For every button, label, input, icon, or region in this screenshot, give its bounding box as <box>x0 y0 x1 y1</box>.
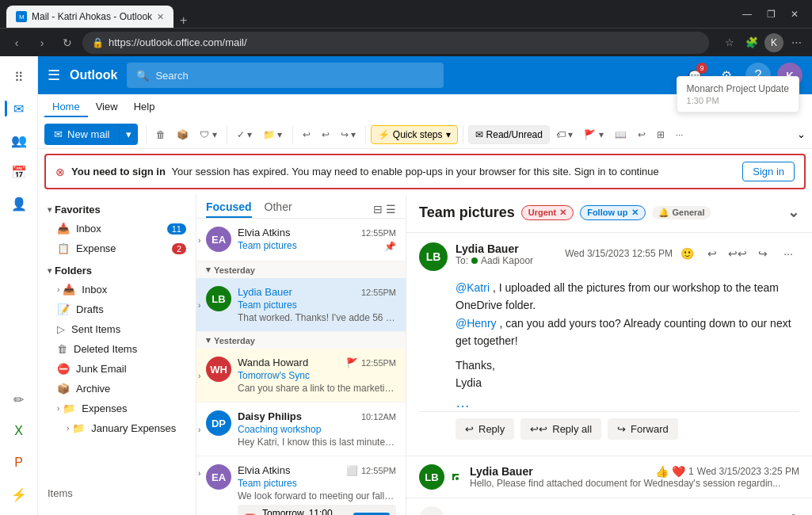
calendar-icon[interactable]: 📅 <box>5 158 33 186</box>
read-unread-btn[interactable]: ✉ Read/Unread <box>468 125 550 144</box>
ribbon-sep-4 <box>365 125 366 144</box>
refresh-btn[interactable]: ↻ <box>57 32 78 53</box>
pen-icon[interactable]: ✏ <box>5 385 33 414</box>
filter-icon-1[interactable]: ⊟ <box>373 203 383 216</box>
people-icon[interactable]: 👥 <box>5 126 33 154</box>
extensions-icon[interactable]: 🧩 <box>742 33 761 52</box>
folder-junk[interactable]: ⛔ Junk Email <box>38 359 196 379</box>
other-tab[interactable]: Other <box>265 200 292 218</box>
folder-inbox[interactable]: › 📥 Inbox <box>38 280 196 299</box>
folder-archive[interactable]: 📦 Archive <box>38 379 196 399</box>
user-profile-icon[interactable]: K <box>764 33 783 52</box>
email-to-1: To: Aadi Kapoor <box>456 255 557 266</box>
immersive-reader-btn[interactable]: 📖 <box>610 126 631 143</box>
undo2-btn[interactable]: ↩ <box>633 126 650 143</box>
folder-deleted[interactable]: 🗑 Deleted Items <box>38 339 196 359</box>
new-mail-button[interactable]: ✉ New mail <box>44 124 119 145</box>
more-email-btn[interactable]: ··· <box>777 242 799 265</box>
alert-message: Your session has expired. You may need t… <box>172 166 659 177</box>
active-browser-tab[interactable]: M Mail - Katri Ahokas - Outlook ✕ <box>6 6 173 28</box>
tab-help[interactable]: Help <box>126 97 163 117</box>
mark-as-btn[interactable]: ✓ ▾ <box>232 126 257 143</box>
urgent-close-icon[interactable]: ✕ <box>559 208 566 218</box>
message-item-lydia[interactable]: › LB Lydia Bauer 12:55PM Team pictures T… <box>196 278 406 332</box>
drafts-icon: 📝 <box>57 303 70 315</box>
tag-followup[interactable]: Follow up ✕ <box>580 205 645 220</box>
filter-icon-2[interactable]: ☰ <box>386 203 396 216</box>
ribbon-expand-icon[interactable]: ⌄ <box>797 128 806 140</box>
minimize-btn[interactable]: — <box>736 6 758 22</box>
grid-icon[interactable]: ⠿ <box>5 63 33 91</box>
hamburger-icon[interactable]: ☰ <box>48 67 60 84</box>
archive-btn[interactable]: 📦 <box>172 126 193 143</box>
mail-icon[interactable]: ✉ <box>5 94 33 123</box>
message-item-wanda[interactable]: › WH Wanda Howard 🚩 12:55PM Tomorrow's S… <box>196 349 406 402</box>
folder-expense-fav[interactable]: 📋 Expense 2 <box>38 238 196 258</box>
tag-general[interactable]: 🔔 General <box>652 206 711 219</box>
msg-chevron-1: › <box>198 235 200 244</box>
folder-inbox-fav[interactable]: 📥 Inbox 11 <box>38 219 196 238</box>
browser-menu-icon[interactable]: ⋯ <box>787 33 806 52</box>
app-name-label: Outlook <box>70 68 117 82</box>
view-btn[interactable]: ⊞ <box>652 126 669 143</box>
folder-sent[interactable]: ▷ Sent Items <box>38 319 196 339</box>
sign-in-button[interactable]: Sign in <box>742 162 795 181</box>
maximize-btn[interactable]: ❐ <box>760 6 782 22</box>
message-item-elvia-2[interactable]: › EA Elvia Atkins ⬜ 12:55PM <box>196 456 406 515</box>
address-bar[interactable]: 🔒 https://outlook.office.com/mail/ <box>82 32 709 54</box>
close-btn[interactable]: ✕ <box>783 6 806 22</box>
quick-steps-chevron: ▾ <box>446 129 451 140</box>
email-msg-2[interactable]: LB Lydia Bauer 👍 ❤️ 1 Wed <box>406 456 812 498</box>
forward-quick-btn[interactable]: ↪ <box>752 242 774 265</box>
preview-daisy: Hey Katri, I know this is last minute, b… <box>238 437 396 448</box>
new-tab-btn[interactable]: + <box>173 13 193 28</box>
reply-all-quick-btn[interactable]: ↩↩ <box>726 242 749 265</box>
message-item-elvia-1[interactable]: › EA Elvia Atkins 12:55PM Team pictures … <box>196 219 406 261</box>
quick-steps-btn[interactable]: ⚡ Quick steps ▾ <box>371 125 458 144</box>
focused-tab[interactable]: Focused <box>206 200 252 218</box>
contacts-icon[interactable]: 👤 <box>5 189 33 218</box>
date-divider-2: ▾ Yesterday <box>196 332 406 349</box>
move-to-btn[interactable]: 📁 ▾ <box>258 126 287 143</box>
back-btn[interactable]: ‹ <box>6 32 27 53</box>
thumbs-up-reaction: 👍 <box>655 465 669 478</box>
email-ellipsis-1[interactable]: … <box>419 395 799 411</box>
message-item-daisy[interactable]: › DP Daisy Philips 10:12AM Coaching work… <box>196 402 406 456</box>
reply-bar-1: ↩ Reply ↩↩ Reply all ↪ Forward <box>419 411 799 446</box>
undo-btn[interactable]: ↩ <box>298 126 315 143</box>
powerpoint-nav-icon[interactable]: P <box>5 448 33 477</box>
folders-header[interactable]: ▾ Folders <box>38 261 196 280</box>
inbox-badge: 11 <box>167 223 186 235</box>
emoji-react-btn[interactable]: 🙂 <box>676 242 698 265</box>
tag-btn[interactable]: 🏷 ▾ <box>551 126 578 143</box>
followup-close-icon[interactable]: ✕ <box>631 208 639 218</box>
reply-all-button[interactable]: ↩↩ Reply all <box>520 418 601 440</box>
forward-btn[interactable]: › <box>32 32 52 53</box>
favorites-icon[interactable]: ☆ <box>720 33 739 52</box>
search-box[interactable]: 🔍 Search <box>127 63 444 88</box>
folder-jan-expenses[interactable]: › 📁 January Expenses <box>38 418 196 438</box>
more-options-btn[interactable]: ··· <box>671 126 688 143</box>
reply-btn-ribbon[interactable]: ↩ <box>317 126 334 143</box>
tab-close-btn[interactable]: ✕ <box>157 12 164 22</box>
forward-button[interactable]: ↪ Forward <box>608 418 678 440</box>
reply-button[interactable]: ↩ Reply <box>456 418 514 440</box>
delete-btn[interactable]: 🗑 <box>151 126 170 143</box>
tab-home[interactable]: Home <box>44 97 88 117</box>
reply-quick-btn[interactable]: ↩ <box>701 242 723 265</box>
tag-urgent[interactable]: Urgent ✕ <box>521 205 574 220</box>
msg-chevron-4: › <box>198 425 200 433</box>
protect-btn[interactable]: 🛡 ▾ <box>195 126 221 143</box>
folder-expenses[interactable]: › 📁 Expenses <box>38 399 196 418</box>
avatar-wanda: WH <box>206 357 231 382</box>
forward-btn-ribbon[interactable]: ↪ ▾ <box>336 126 360 143</box>
collapse-reading-icon[interactable]: ⌄ <box>787 204 799 221</box>
favorites-header[interactable]: ▾ Favorites <box>38 200 196 219</box>
new-mail-dropdown-btn[interactable]: ▾ <box>119 124 138 145</box>
folder-drafts[interactable]: 📝 Drafts <box>38 299 196 319</box>
apps-nav-icon[interactable]: ⚡ <box>5 480 33 509</box>
tab-view[interactable]: View <box>88 97 126 117</box>
excel-nav-icon[interactable]: X <box>5 417 33 445</box>
flag-btn[interactable]: 🚩 ▾ <box>579 126 608 143</box>
email-sender-info-1: Lydia Bauer To: Aadi Kapoor <box>456 242 557 266</box>
